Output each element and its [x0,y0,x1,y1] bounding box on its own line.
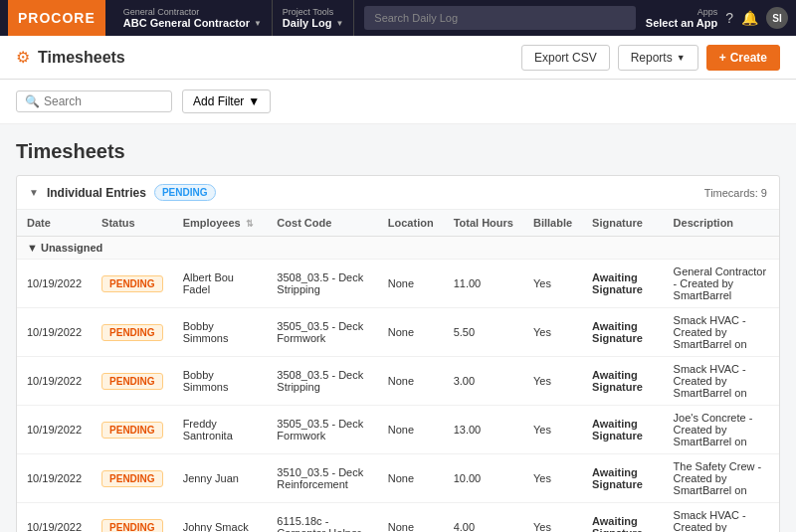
status-badge: PENDING [101,275,163,292]
cell-date: 10/19/2022 [17,308,92,357]
search-icon: 🔍 [25,94,40,108]
cell-location: None [378,406,444,454]
status-badge: PENDING [101,470,163,487]
sub-nav: ⚙ Timesheets Export CSV Reports ▼ +Creat… [0,36,796,80]
sort-employees-icon[interactable]: ⇅ [246,219,254,229]
search-input[interactable] [364,6,636,30]
search-wrap: 🔍 [16,90,172,112]
cell-billable: Yes [523,308,582,357]
cell-employee: Freddy Santronita [173,406,268,454]
cell-cost-code: 3510_03.5 - Deck Reinforcement [267,454,377,503]
subgroup-toggle[interactable]: ▼ [27,242,38,254]
status-badge: PENDING [101,519,163,533]
page-title: Timesheets [16,140,780,163]
create-button[interactable]: +Create [706,45,780,71]
contractor-section[interactable]: General Contractor ABC General Contracto… [113,0,273,36]
cell-cost-code: 6115.18c - Carpenter Helper [267,503,377,533]
section-label: Individual Entries [47,186,146,200]
search-bar [364,6,636,30]
status-badge: PENDING [101,373,163,390]
nav-apps[interactable]: Apps Select an App [646,7,717,29]
cell-status: PENDING [92,406,173,454]
contractor-caret: ▼ [254,19,262,28]
col-signature: Signature [582,210,664,237]
project-caret: ▼ [335,19,343,28]
reports-button[interactable]: Reports ▼ [618,45,698,71]
add-filter-caret: ▼ [248,94,260,108]
cell-employee: Albert Bou Fadel [173,260,268,308]
subgroup-unassigned: ▼ Unassigned [17,237,779,260]
cell-cost-code: 3505_03.5 - Deck Formwork [267,406,377,454]
section-toggle[interactable]: ▼ [29,187,39,198]
table-section: ▼ Individual Entries PENDING Timecards: … [16,175,780,532]
cell-billable: Yes [523,454,582,503]
cell-status: PENDING [92,503,173,533]
cell-signature: Awaiting Signature [582,406,664,454]
cell-billable: Yes [523,357,582,406]
cell-hours: 10.00 [444,454,523,503]
logo-text: PROCORE [18,10,96,26]
contractor-label: General Contractor [123,7,262,17]
cell-hours: 11.00 [444,260,523,308]
select-app[interactable]: Select an App [646,17,717,29]
cell-cost-code: 3508_03.5 - Deck Stripping [267,260,377,308]
cell-employee: Bobby Simmons [173,357,268,406]
cell-signature: Awaiting Signature [582,260,664,308]
cell-hours: 4.00 [444,503,523,533]
cell-cost-code: 3505_03.5 - Deck Formwork [267,308,377,357]
filter-search-input[interactable] [44,94,163,108]
add-filter-button[interactable]: Add Filter ▼ [182,89,271,113]
bell-icon[interactable]: 🔔 [741,10,758,26]
table-row: 10/19/2022 PENDING Bobby Simmons 3508_03… [17,357,779,406]
cell-hours: 3.00 [444,357,523,406]
cell-location: None [378,357,444,406]
col-billable: Billable [523,210,582,237]
cell-description: Joe's Concrete - Created by SmartBarrel … [664,406,779,454]
cell-cost-code: 3508_03.5 - Deck Stripping [267,357,377,406]
col-location: Location [378,210,444,237]
cell-date: 10/19/2022 [17,357,92,406]
cell-signature: Awaiting Signature [582,503,664,533]
cell-status: PENDING [92,454,173,503]
table-wrap: Date Status Employees ⇅ Cost Code Locati… [17,210,779,532]
table-row: 10/19/2022 PENDING Johny Smack 6115.18c … [17,503,779,533]
cell-location: None [378,503,444,533]
table-row: 10/19/2022 PENDING Freddy Santronita 350… [17,406,779,454]
cell-date: 10/19/2022 [17,260,92,308]
section-header: ▼ Individual Entries PENDING Timecards: … [17,176,779,210]
project-section[interactable]: Project Tools Daily Log ▼ [273,0,354,36]
cell-date: 10/19/2022 [17,503,92,533]
cell-billable: Yes [523,260,582,308]
cell-billable: Yes [523,503,582,533]
table-row: 10/19/2022 PENDING Jenny Juan 3510_03.5 … [17,454,779,503]
project-name: Daily Log ▼ [283,17,343,29]
status-badge: PENDING [101,324,163,341]
cell-signature: Awaiting Signature [582,357,664,406]
cell-employee: Bobby Simmons [173,308,268,357]
col-employees: Employees ⇅ [173,210,268,237]
cell-signature: Awaiting Signature [582,308,664,357]
timecards-count: Timecards: 9 [704,187,767,199]
cell-employee: Johny Smack [173,503,268,533]
col-date: Date [17,210,92,237]
filters-bar: 🔍 Add Filter ▼ [0,80,796,124]
logo[interactable]: PROCORE [8,0,105,36]
cell-description: Smack HVAC - Created by SmartBarrel on [664,503,779,533]
cell-date: 10/19/2022 [17,406,92,454]
cell-date: 10/19/2022 [17,454,92,503]
col-status: Status [92,210,173,237]
cell-status: PENDING [92,357,173,406]
cell-signature: Awaiting Signature [582,454,664,503]
sub-nav-title: ⚙ Timesheets [16,48,521,67]
question-icon[interactable]: ? [725,10,733,26]
export-csv-button[interactable]: Export CSV [521,45,610,71]
cell-location: None [378,454,444,503]
col-total-hours: Total Hours [444,210,523,237]
avatar[interactable]: SI [766,7,788,29]
top-nav: PROCORE General Contractor ABC General C… [0,0,796,36]
plus-icon: + [719,51,726,65]
table-body: ▼ Unassigned 10/19/2022 PENDING Albert B… [17,237,779,533]
sub-nav-actions: Export CSV Reports ▼ +Create [521,45,780,71]
timesheets-table: Date Status Employees ⇅ Cost Code Locati… [17,210,779,532]
cell-hours: 5.50 [444,308,523,357]
